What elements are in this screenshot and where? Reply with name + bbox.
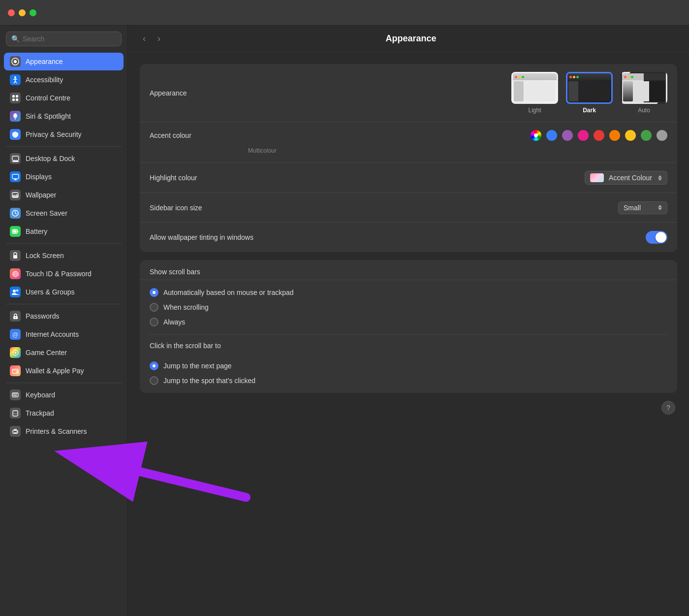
scroll-auto-option[interactable]: Automatically based on mouse or trackpad [150,288,667,297]
colour-dot-purple[interactable] [562,130,573,141]
sidebar-label-privacy-security: Privacy & Security [26,130,82,138]
click-scroll-radio-group: Jump to the next page Jump to the spot t… [140,354,677,393]
sidebar-item-users-groups[interactable]: Users & Groups [4,283,124,301]
svg-rect-17 [14,180,17,180]
main-layout: 🔍 AppearanceAccessibilityControl CentreS… [0,26,689,616]
sidebar-label-wallet: Wallet & Apple Pay [26,367,84,375]
appearance-option-light[interactable]: Light [511,72,558,114]
sidebar-icon-touch-id [10,268,21,279]
arrow-up-icon [658,175,662,178]
wallpaper-tinting-control [253,231,667,244]
sidebar-icon-users-groups [10,287,21,297]
sidebar-label-displays: Displays [26,173,52,181]
sidebar-item-keyboard[interactable]: Keyboard [4,386,124,404]
sidebar-icon-screen-saver [10,208,21,219]
appearance-label-dark: Dark [583,107,596,114]
sidebar-item-wallet[interactable]: Wallet & Apple Pay [4,362,124,380]
sidebar-item-desktop-dock[interactable]: Desktop & Dock [4,150,124,167]
sidebar-item-siri-spotlight[interactable]: Siri & Spotlight [4,107,124,125]
sidebar-label-keyboard: Keyboard [26,391,55,399]
sidebar-icon-size-dropdown[interactable]: Small [618,201,667,214]
appearance-label-auto: Auto [638,107,650,114]
forward-button[interactable]: › [155,32,163,45]
sidebar-label-desktop-dock: Desktop & Dock [26,155,75,162]
appearance-option-auto[interactable]: Auto [621,72,667,114]
sidebar-icon-size-label: Sidebar icon size [150,204,248,212]
svg-point-2 [14,76,16,78]
scroll-scrolling-radio[interactable] [150,303,158,312]
sidebar-label-accessibility: Accessibility [26,76,63,84]
svg-point-29 [15,317,16,318]
sidebar-item-lock-screen[interactable]: Lock Screen [4,247,124,264]
sidebar-label-passwords: Passwords [26,312,59,320]
maximize-button[interactable] [30,9,36,16]
sidebar-item-printers-scanners[interactable]: Printers & Scanners [4,422,124,440]
sidebar-item-internet-accounts[interactable]: @Internet Accounts [4,325,124,343]
scroll-always-radio[interactable] [150,318,158,326]
scroll-bars-radio-group: Automatically based on mouse or trackpad… [140,280,677,334]
sidebar-icon-internet-accounts: @ [10,329,21,340]
close-button[interactable] [8,9,15,16]
sidebar-label-wallpaper: Wallpaper [26,191,57,199]
click-next-page-option[interactable]: Jump to the next page [150,361,667,370]
svg-rect-9 [12,98,15,101]
colour-dot-green[interactable] [641,130,652,141]
svg-rect-12 [15,118,16,120]
highlight-colour-dropdown[interactable]: Accent Colour [585,171,667,185]
colour-dot-pink[interactable] [578,130,589,141]
sidebar-item-accessibility[interactable]: Accessibility [4,71,124,89]
sidebar-divider-11 [6,243,122,244]
minimize-button[interactable] [19,9,26,16]
click-spot-option[interactable]: Jump to the spot that's clicked [150,376,667,385]
size-stepper [658,205,662,210]
colour-dot-orange[interactable] [609,130,620,141]
sidebar-item-trackpad[interactable]: Trackpad [4,404,124,422]
help-button[interactable]: ? [661,401,675,415]
colour-dot-red[interactable] [594,130,604,141]
wallpaper-tinting-toggle[interactable] [646,231,667,244]
colour-dot-multicolour[interactable] [531,130,541,141]
sidebar-item-touch-id[interactable]: Touch ID & Password [4,265,124,283]
colour-dot-blue[interactable] [546,130,557,141]
colour-dot-yellow[interactable] [625,130,636,141]
search-input[interactable] [23,35,116,43]
sidebar-item-control-centre[interactable]: Control Centre [4,89,124,107]
sidebar-icon-wallpaper [10,190,21,200]
colour-dot-graphite[interactable] [657,130,667,141]
sidebar-item-privacy-security[interactable]: Privacy & Security [4,126,124,143]
highlight-stepper [658,175,662,181]
colour-dots [531,130,667,141]
svg-point-26 [13,290,16,292]
sidebar-icon-control-centre [10,93,21,103]
back-button[interactable]: ‹ [140,32,149,45]
appearance-option-dark[interactable]: Dark [566,72,613,114]
sidebar-item-wallpaper[interactable]: Wallpaper [4,186,124,204]
sidebar-label-lock-screen: Lock Screen [26,252,64,259]
scroll-scrolling-option[interactable]: When scrolling [150,303,667,312]
svg-rect-37 [13,394,14,395]
sidebar-label-touch-id: Touch ID & Password [26,270,92,278]
sidebar-item-screen-saver[interactable]: Screen Saver [4,204,124,222]
svg-rect-38 [15,394,16,395]
sidebar: 🔍 AppearanceAccessibilityControl CentreS… [0,26,128,616]
accent-colour-row: Accent colour [140,122,677,163]
scroll-always-option[interactable]: Always [150,318,667,326]
search-box[interactable]: 🔍 [6,32,122,46]
sidebar-label-users-groups: Users & Groups [26,288,75,296]
scroll-auto-radio[interactable] [150,288,158,297]
click-next-page-radio[interactable] [150,361,158,370]
appearance-label-light: Light [528,107,541,114]
svg-point-11 [13,113,17,118]
appearance-controls: Light [248,72,667,114]
appearance-thumb-auto [621,72,667,104]
sidebar-item-battery[interactable]: Battery [4,223,124,240]
toggle-knob [656,232,666,243]
sidebar-item-game-center[interactable]: Game Center [4,344,124,361]
page-title: Appearance [169,33,653,44]
sidebar-label-game-center: Game Center [26,349,67,357]
sidebar-item-passwords[interactable]: Passwords [4,307,124,325]
sidebar-item-displays[interactable]: Displays [4,168,124,186]
sidebar-item-appearance[interactable]: Appearance [4,53,124,70]
click-spot-radio[interactable] [150,376,158,385]
svg-rect-40 [13,395,17,396]
